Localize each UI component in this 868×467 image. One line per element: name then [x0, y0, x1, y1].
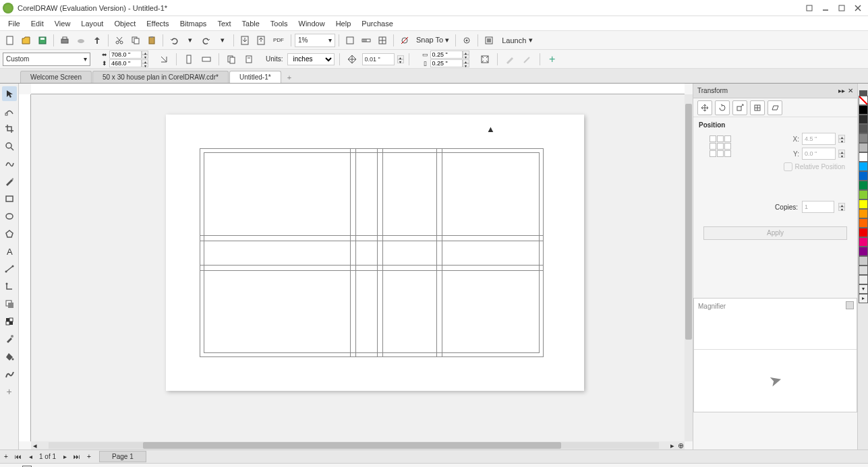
page-tab[interactable]: Page 1: [99, 451, 146, 462]
pick-tool[interactable]: [2, 86, 17, 101]
color-swatch[interactable]: [859, 228, 868, 237]
last-page-button[interactable]: ⏭: [71, 451, 83, 463]
rotate-mode-button[interactable]: [715, 100, 730, 115]
crop-tool[interactable]: [2, 121, 17, 136]
color-none[interactable]: [859, 96, 868, 105]
dupy-input[interactable]: [430, 59, 463, 67]
color-swatch[interactable]: [859, 209, 868, 218]
color-swatch[interactable]: [859, 124, 868, 133]
zoom-combo[interactable]: 1%▾: [295, 34, 335, 47]
menu-tools[interactable]: Tools: [265, 16, 293, 30]
position-mode-button[interactable]: [697, 100, 712, 115]
first-page-button[interactable]: ⏮: [12, 451, 24, 463]
fill-tool[interactable]: [2, 349, 17, 364]
treat-as-filled-button[interactable]: [478, 52, 492, 67]
width-spinner[interactable]: ▴▾: [142, 51, 148, 59]
add-page-button[interactable]: +: [0, 451, 12, 463]
color-swatch[interactable]: [859, 181, 868, 190]
launch-dropdown[interactable]: Launch ▾: [498, 34, 537, 46]
rulers-button[interactable]: [359, 33, 374, 48]
landscape-button[interactable]: [199, 52, 214, 67]
units-combo[interactable]: inches: [287, 53, 335, 65]
drop-shadow-tool[interactable]: [2, 297, 17, 311]
tab-houseplan[interactable]: 50 x 30 house plan in CorelDRAW.cdr*: [92, 71, 229, 83]
current-page-button[interactable]: [241, 52, 256, 67]
dupx-input[interactable]: [430, 51, 463, 59]
undo-dropdown[interactable]: ▾: [183, 33, 198, 48]
magnifier-menu-button[interactable]: [846, 301, 854, 309]
text-tool[interactable]: A: [2, 244, 17, 259]
new-button[interactable]: [3, 33, 18, 48]
portrait-button[interactable]: [181, 52, 196, 67]
color-swatch[interactable]: [859, 171, 868, 181]
prev-page-button[interactable]: ◂: [24, 451, 36, 463]
save-button[interactable]: [35, 33, 50, 48]
open-button[interactable]: [19, 33, 34, 48]
menu-layout[interactable]: Layout: [76, 16, 109, 30]
maximize-button[interactable]: [834, 2, 849, 14]
palette-flyout[interactable]: ▸: [859, 294, 868, 303]
pdf-button[interactable]: PDF: [270, 33, 287, 48]
menu-help[interactable]: Help: [330, 16, 357, 30]
color-swatch[interactable]: [859, 162, 868, 171]
copies-input[interactable]: [802, 201, 834, 213]
edit-outline-button[interactable]: [520, 52, 535, 67]
anchor-grid[interactable]: [710, 135, 731, 174]
polygon-tool[interactable]: [2, 226, 17, 241]
x-input[interactable]: [802, 133, 836, 145]
color-swatch[interactable]: [859, 190, 868, 199]
nudge-spinner[interactable]: ▴▾: [397, 55, 404, 63]
connector-tool[interactable]: [2, 279, 17, 294]
skew-mode-button[interactable]: [768, 100, 782, 115]
color-swatch[interactable]: [859, 256, 868, 266]
page-height-input[interactable]: [109, 59, 142, 67]
grid-button[interactable]: [375, 33, 390, 48]
drawn-rectangle-inner[interactable]: [204, 152, 540, 353]
paste-button[interactable]: [144, 33, 159, 48]
menu-file[interactable]: File: [3, 16, 26, 30]
cloud-button[interactable]: [74, 33, 88, 48]
orientation-lock-button[interactable]: [156, 52, 171, 67]
menu-table[interactable]: Table: [237, 16, 265, 30]
edit-fill-button[interactable]: [502, 52, 517, 67]
menu-object[interactable]: Object: [109, 16, 141, 30]
color-swatch[interactable]: [859, 218, 868, 228]
snap-to-dropdown[interactable]: Snap To ▾: [413, 36, 452, 44]
shape-tool[interactable]: [2, 104, 17, 119]
vertical-ruler[interactable]: [19, 94, 31, 441]
menu-edit[interactable]: Edit: [26, 16, 49, 30]
scale-mode-button[interactable]: [732, 100, 747, 115]
rectangle-tool[interactable]: [2, 191, 17, 206]
menu-window[interactable]: Window: [293, 16, 330, 30]
page-preset-combo[interactable]: Custom▾: [3, 53, 90, 66]
add-preset-button[interactable]: +: [545, 52, 560, 67]
freehand-tool[interactable]: [2, 156, 17, 171]
add-tool-button[interactable]: +: [2, 384, 17, 399]
size-mode-button[interactable]: [750, 100, 765, 115]
minimize-button[interactable]: [818, 2, 833, 14]
tab-welcome[interactable]: Welcome Screen: [20, 71, 92, 83]
tab-untitled[interactable]: Untitled-1*: [229, 71, 281, 83]
dimension-tool[interactable]: [2, 261, 17, 276]
smart-fill-tool[interactable]: [2, 367, 17, 381]
nudge-input[interactable]: [362, 53, 395, 65]
print-button[interactable]: [57, 33, 72, 48]
artistic-media-tool[interactable]: [2, 174, 17, 189]
zoom-tool[interactable]: [2, 139, 17, 154]
palette-scroll-down[interactable]: ▾: [859, 284, 868, 294]
add-tab-button[interactable]: +: [282, 72, 297, 83]
options-button[interactable]: [459, 33, 474, 48]
color-swatch[interactable]: [859, 115, 868, 124]
transparency-tool[interactable]: [2, 314, 17, 329]
docker-close-button[interactable]: ✕: [848, 87, 853, 94]
horizontal-ruler[interactable]: [31, 84, 685, 94]
export-button[interactable]: [254, 33, 268, 48]
doc-restore-button[interactable]: [802, 2, 817, 14]
color-swatch[interactable]: [859, 247, 868, 256]
color-swatch[interactable]: [859, 105, 868, 115]
import-button[interactable]: [237, 33, 252, 48]
color-swatch[interactable]: [859, 143, 868, 152]
page-width-input[interactable]: [109, 51, 142, 59]
copy-button[interactable]: [128, 33, 143, 48]
color-swatch[interactable]: [859, 237, 868, 247]
